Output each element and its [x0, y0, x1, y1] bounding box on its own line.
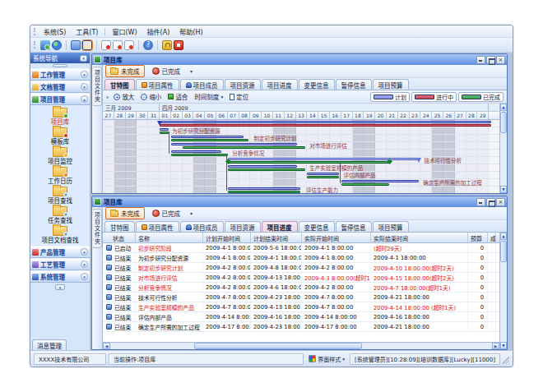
tab-项目属性[interactable]: 项目属性	[136, 221, 179, 232]
filter-overflow-icon[interactable]: ▾	[188, 210, 195, 216]
tab-甘特图[interactable]: 甘特图	[104, 79, 135, 90]
scroll-right-icon[interactable]: ▶	[492, 343, 499, 349]
column-header-计划结束时间[interactable]: 计划结束时间	[251, 233, 302, 242]
plan-bar[interactable]	[228, 187, 300, 190]
table-row[interactable]: 已结束分析竞争情况2009-4-2 8:00:002009-4-6 18:00:…	[103, 283, 499, 293]
doc-delete-icon[interactable]	[124, 40, 134, 50]
适合-button[interactable]: 适合	[166, 92, 189, 101]
project-folder-tab[interactable]: 项目文件夹	[93, 67, 102, 106]
resize-grip[interactable]	[503, 354, 509, 364]
时间刻度-button[interactable]: 时间刻度▾	[193, 92, 225, 101]
column-header-预算[interactable]: 预算	[468, 233, 488, 242]
tab-项目进度[interactable]: 项目进度	[262, 79, 298, 90]
doc-new-icon[interactable]	[101, 40, 111, 50]
sidebar-item-项目库[interactable]: 项目库	[51, 108, 70, 126]
menu-item[interactable]: 窗口(W)	[107, 26, 142, 37]
filter-已完成[interactable]: 已完成	[147, 65, 186, 77]
minimize-button[interactable]	[476, 56, 485, 64]
done-bar[interactable]	[183, 146, 305, 149]
chevron-down-icon[interactable]: ▾	[81, 273, 88, 280]
scroll-up-icon[interactable]: ▲	[500, 104, 507, 111]
chevron-up-icon[interactable]: ▴	[81, 95, 88, 103]
tab-暂停信息[interactable]: 暂停信息	[336, 221, 372, 232]
table-horizontal-scrollbar[interactable]: ◀ ▶	[103, 342, 499, 349]
done-bar[interactable]	[307, 176, 339, 178]
sync-icon[interactable]	[40, 40, 50, 50]
doc-check-icon[interactable]	[113, 40, 123, 50]
toolbar-overflow-icon[interactable]: »	[106, 95, 109, 99]
tab-项目资源[interactable]: 项目资源	[225, 221, 261, 232]
summary-active-bar[interactable]	[160, 124, 491, 127]
scroll-left-icon[interactable]: ◀	[103, 343, 110, 349]
tab-项目预算[interactable]: 项目预算	[373, 79, 409, 90]
exit-icon[interactable]	[174, 40, 183, 50]
table-row[interactable]: 已结束技术可行性分析2009-4-7 8:00:002009-4-23 18:0…	[103, 293, 499, 302]
tab-变更信息[interactable]: 变更信息	[299, 221, 335, 232]
sidebar-options-button[interactable]: ▾	[80, 55, 87, 62]
tab-项目成员[interactable]: 项目成员	[180, 221, 224, 232]
tab-项目资源[interactable]: 项目资源	[225, 79, 261, 90]
sidebar-item-项目监控[interactable]: 项目监控	[48, 147, 72, 165]
tab-项目属性[interactable]: 项目属性	[136, 79, 179, 90]
close-button[interactable]: ×	[496, 198, 505, 206]
plan-bar[interactable]	[307, 173, 339, 175]
table-vertical-scrollbar[interactable]: ▲ ▼	[499, 233, 507, 349]
table-row[interactable]: 已结束对市场进行评估2009-4-2 8:00:002009-4-13 18:0…	[103, 273, 499, 283]
gantt-window-titlebar[interactable]: 项目库 ×	[92, 54, 507, 65]
tab-项目预算[interactable]: 项目预算	[373, 221, 409, 232]
table-row[interactable]: 已结束为初步研究分配资源2009-4-1 8:00:002009-4-1 18:…	[103, 253, 499, 263]
scrollbar-thumb[interactable]	[194, 343, 362, 349]
lock-icon[interactable]	[162, 40, 172, 50]
scrollbar-thumb[interactable]	[500, 241, 507, 262]
sidebar-section-系统管理[interactable]: 系统管理▾	[30, 270, 90, 283]
globe-icon[interactable]	[52, 40, 62, 50]
tab-甘特图[interactable]: 甘特图	[104, 221, 135, 232]
maximize-button[interactable]	[486, 56, 495, 64]
table-row[interactable]: 已结束评估内部产品2009-4-14 8:00:002009-4-16 18:0…	[103, 312, 499, 322]
sidebar-section-文档管理[interactable]: 文档管理▾	[30, 81, 90, 93]
sidebar-item-任务查找[interactable]: 任务查找	[48, 206, 72, 224]
filter-已完成[interactable]: 已完成	[147, 207, 186, 219]
menu-item[interactable]: 系统(S)	[39, 26, 71, 37]
table-row[interactable]: 已结束制定初步研究计划2009-4-2 8:00:002009-4-8 18:0…	[103, 263, 499, 273]
scroll-down-icon[interactable]: ▼	[500, 342, 507, 349]
scroll-up-icon[interactable]: ▲	[500, 233, 507, 240]
tab-变更信息[interactable]: 变更信息	[299, 79, 335, 90]
folder-icon[interactable]	[71, 40, 81, 50]
done-bar[interactable]	[228, 161, 389, 164]
chevron-down-icon[interactable]: ▾	[81, 71, 88, 78]
done-bar[interactable]	[171, 154, 228, 156]
table-row[interactable]: 已启动初步研究阶段2009-4-1 8:00:002009-5-6 18:00:…	[103, 243, 499, 253]
menu-item[interactable]: 插件(A)	[142, 26, 175, 37]
maximize-button[interactable]	[486, 198, 495, 206]
plan-bar[interactable]	[171, 150, 221, 153]
plan-bar[interactable]	[228, 165, 297, 168]
done-bar[interactable]	[160, 131, 169, 134]
menu-item[interactable]: 帮助(H)	[174, 26, 207, 37]
message-management-tab[interactable]: 消息管理	[32, 339, 67, 350]
sidebar-section-产品管理[interactable]: 产品管理▾	[30, 246, 90, 258]
chevron-down-icon[interactable]: ▾	[81, 261, 88, 268]
project-folder-tab[interactable]: 项目文件夹	[93, 209, 102, 248]
done-bar[interactable]	[341, 183, 389, 186]
sidebar-section-工艺管理[interactable]: 工艺管理▾	[30, 258, 90, 270]
column-header-实际结束时间[interactable]: 实际结束时间	[371, 233, 468, 242]
menu-item[interactable]: 工具(T)	[71, 26, 103, 37]
progress-window-titlebar[interactable]: 项目库 ×	[92, 196, 507, 207]
close-button[interactable]: ×	[496, 56, 505, 64]
plan-bar[interactable]	[171, 136, 244, 138]
help-icon[interactable]	[143, 40, 153, 50]
plan-bar[interactable]	[171, 143, 297, 145]
chevron-down-icon[interactable]: ▾	[81, 83, 88, 90]
sidebar-section-工作管理[interactable]: 工作管理▾	[30, 68, 90, 81]
gantt-vertical-scrollbar[interactable]: ▲ ▼	[499, 104, 507, 193]
column-header-实际开始时间[interactable]: 实际开始时间	[302, 233, 371, 242]
summary-plan-bar[interactable]	[160, 121, 491, 123]
sidebar-section-项目管理[interactable]: 项目管理▴	[30, 93, 90, 105]
done-bar[interactable]	[228, 168, 305, 171]
sidebar-item-工作日历[interactable]: 工作日历	[48, 167, 72, 185]
sidebar-item-模板库[interactable]: 模板库	[51, 127, 70, 145]
scrollbar-thumb[interactable]	[500, 112, 507, 133]
sidebar-item-项目查找[interactable]: 项目查找	[48, 187, 72, 205]
plan-bar[interactable]	[341, 180, 419, 182]
